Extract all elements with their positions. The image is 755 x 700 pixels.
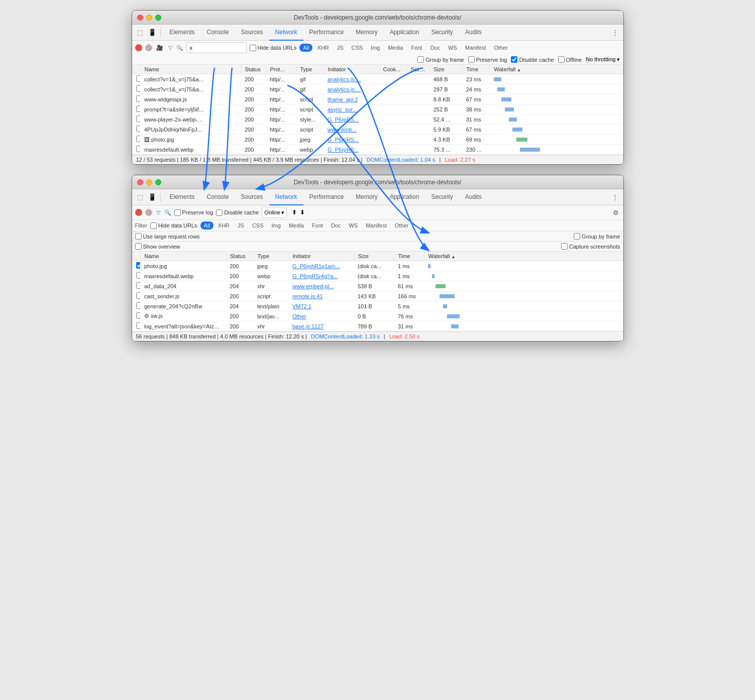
row-checkbox-2[interactable] xyxy=(136,312,141,319)
throttling-dropdown-1[interactable]: No throttling ▾ xyxy=(586,56,620,63)
row-checkbox[interactable] xyxy=(136,75,141,82)
capture-screenshots-label-2[interactable]: Capture screenshots xyxy=(561,243,620,250)
tab-application[interactable]: Application xyxy=(384,25,425,41)
tab-audits[interactable]: Audits xyxy=(459,25,488,41)
chip-all-1[interactable]: All xyxy=(299,44,312,52)
row-checkbox-2[interactable] xyxy=(136,302,141,309)
chip-doc-1[interactable]: Doc xyxy=(426,44,444,52)
record-button-2[interactable] xyxy=(135,209,142,216)
tab2-network[interactable]: Network xyxy=(269,189,303,205)
col-header-initiator-1[interactable]: Initiator xyxy=(323,65,379,74)
chip2-ws[interactable]: WS xyxy=(345,221,361,229)
chip-font-1[interactable]: Font xyxy=(407,44,425,52)
chip-manifest-1[interactable]: Manifest xyxy=(462,44,490,52)
chip2-manifest[interactable]: Manifest xyxy=(362,221,390,229)
disable-cache-checkbox-2[interactable] xyxy=(216,209,223,216)
preserve-log-label-1[interactable]: Preserve log xyxy=(468,56,507,63)
col2-header-waterfall[interactable]: Waterfall ▲ xyxy=(424,252,623,261)
group-by-frame-checkbox-1[interactable] xyxy=(417,56,424,63)
row-checkbox[interactable] xyxy=(136,85,141,92)
large-rows-label-2[interactable]: Use large request rows xyxy=(135,233,200,240)
record-button-1[interactable] xyxy=(135,44,142,51)
cell2-initiator[interactable]: www-embed-pl... xyxy=(288,281,354,291)
table-row[interactable]: maxresdefault.webp 200 webp G_P6rpRSr4g?… xyxy=(132,271,623,281)
online-dropdown-2[interactable]: Online ▾ xyxy=(262,207,287,218)
tab2-performance[interactable]: Performance xyxy=(303,189,350,205)
select-tool-icon[interactable]: ⬚ xyxy=(135,28,145,38)
tab-memory[interactable]: Memory xyxy=(350,25,383,41)
table-row[interactable]: www-widgetapi.js 200 http/... script ifr… xyxy=(132,94,623,104)
chip2-other[interactable]: Other xyxy=(391,221,412,229)
stop-button-2[interactable]: 🚫 xyxy=(145,209,152,216)
table-row[interactable]: collect?v=1&_v=j75&a... 200 http/... gif… xyxy=(132,74,623,84)
close-button-1[interactable] xyxy=(137,15,143,21)
more-tools-icon-2[interactable]: ⋮ xyxy=(610,192,620,202)
search-icon-2[interactable]: 🔍 xyxy=(164,209,171,216)
row-checkbox-2[interactable] xyxy=(136,272,141,279)
close-button-2[interactable] xyxy=(137,179,143,185)
minimize-button-1[interactable] xyxy=(146,15,152,21)
cell-initiator[interactable]: G_P6rpRS... xyxy=(323,135,379,145)
maximize-button-2[interactable] xyxy=(155,179,161,185)
tab2-elements[interactable]: Elements xyxy=(164,189,201,205)
row-checkbox[interactable] xyxy=(136,105,141,112)
chip2-font[interactable]: Font xyxy=(308,221,327,229)
table-row[interactable]: maxresdefault.webp 200 http/... webp G_P… xyxy=(132,145,623,155)
table-row[interactable]: log_event?alt=json&key=AIzaSyA... 200 xh… xyxy=(132,321,623,331)
chip2-js[interactable]: JS xyxy=(234,221,248,229)
chip2-doc[interactable]: Doc xyxy=(328,221,345,229)
select-tool-icon-2[interactable]: ⬚ xyxy=(135,192,145,202)
chip2-img[interactable]: Img xyxy=(268,221,284,229)
offline-checkbox-1[interactable] xyxy=(558,56,565,63)
cell-initiator[interactable]: analytics.js:... xyxy=(323,74,379,84)
disable-cache-label-1[interactable]: Disable cache xyxy=(511,56,554,63)
search-input-1[interactable] xyxy=(186,42,247,53)
table-row[interactable]: photo.jpg 200 jpeg G_P6rphR1g1am... (dis… xyxy=(132,261,623,271)
hide-data-urls-label-1[interactable]: Hide data URLs xyxy=(250,45,297,51)
col2-header-name[interactable]: Name xyxy=(140,252,226,261)
group-by-frame-label-1[interactable]: Group by frame xyxy=(417,56,464,63)
disable-cache-label-2[interactable]: Disable cache xyxy=(216,209,259,216)
row-checkbox-2[interactable] xyxy=(136,282,141,289)
gear-icon-2[interactable]: ⚙ xyxy=(611,208,620,217)
tab-performance[interactable]: Performance xyxy=(303,25,350,41)
device-toolbar-icon-2[interactable]: 📱 xyxy=(147,192,157,202)
tab2-memory[interactable]: Memory xyxy=(350,189,383,205)
group-by-frame-label-2[interactable]: Group by frame xyxy=(574,233,620,240)
filter-icon-1[interactable]: ▽ xyxy=(167,44,173,52)
preserve-log-label-2[interactable]: Preserve log xyxy=(174,209,213,216)
table-row[interactable]: www-player-2x-webp-... 200 http/... styl… xyxy=(132,114,623,125)
cell2-initiator[interactable]: Other xyxy=(288,311,354,321)
col2-header-time[interactable]: Time xyxy=(394,252,424,261)
search-icon-1[interactable]: 🔍 xyxy=(176,45,183,51)
col-header-name-1[interactable]: Name xyxy=(140,65,241,74)
table-row[interactable]: cast_sender.js 200 script remote.js:41 1… xyxy=(132,291,623,301)
col-header-type-1[interactable]: Type xyxy=(296,65,323,74)
offline-label-1[interactable]: Offline xyxy=(558,56,582,63)
hide-data-urls-label-2[interactable]: Hide data URLs xyxy=(150,222,197,229)
col-header-size-1[interactable]: Size xyxy=(429,65,462,74)
cell-initiator[interactable]: async_sur... xyxy=(323,104,379,114)
table-row[interactable]: collect?v=1&_v=j75&a... 200 http/... gif… xyxy=(132,84,623,94)
cell2-initiator[interactable]: G_P6rphR1g1am... xyxy=(288,261,354,271)
col-header-waterfall-1[interactable]: Waterfall ▲ xyxy=(490,65,623,74)
chip2-media[interactable]: Media xyxy=(285,221,307,229)
maximize-button-1[interactable] xyxy=(155,15,161,21)
tab-elements[interactable]: Elements xyxy=(164,25,201,41)
table-row[interactable]: ad_data_204 204 xhr www-embed-pl... 538 … xyxy=(132,281,623,291)
large-rows-checkbox-2[interactable] xyxy=(135,233,142,240)
preserve-log-checkbox-1[interactable] xyxy=(468,56,475,63)
col-header-time-1[interactable]: Time xyxy=(462,65,490,74)
filter-icon-2[interactable]: ▽ xyxy=(155,208,161,217)
col-header-cookies-1[interactable]: Cook... xyxy=(379,65,406,74)
chip-ws-1[interactable]: WS xyxy=(445,44,461,52)
tab2-console[interactable]: Console xyxy=(201,189,235,205)
tab-security[interactable]: Security xyxy=(425,25,459,41)
cell-initiator[interactable]: G_P6rpRS... xyxy=(323,145,379,155)
chip2-css[interactable]: CSS xyxy=(249,221,267,229)
row-checkbox[interactable] xyxy=(136,95,141,102)
minimize-button-2[interactable] xyxy=(146,179,152,185)
chip-css-1[interactable]: CSS xyxy=(348,44,366,52)
chip-media-1[interactable]: Media xyxy=(384,44,406,52)
group-by-frame-checkbox-2[interactable] xyxy=(574,233,580,240)
